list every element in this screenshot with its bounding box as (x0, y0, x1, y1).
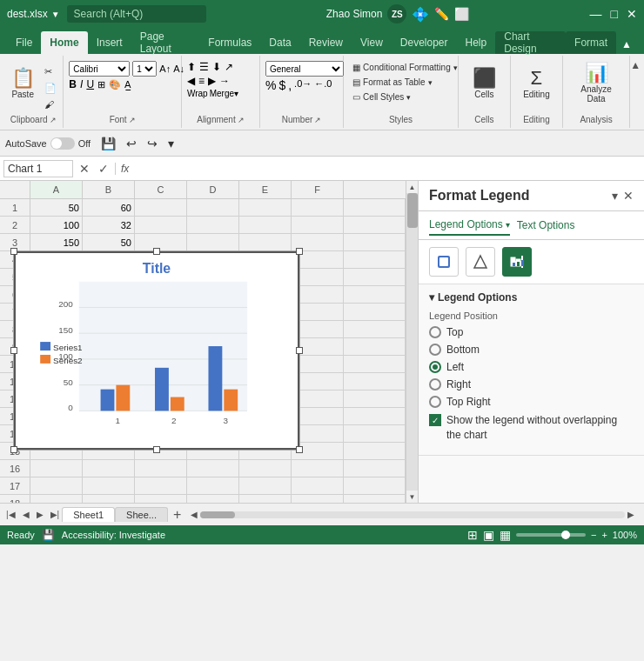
border-button[interactable]: ⊞ (97, 79, 105, 90)
cut-button[interactable]: ✂ (41, 64, 60, 79)
col-header-d[interactable]: D (187, 181, 239, 198)
undo-button[interactable]: ↩ (123, 135, 140, 152)
cell[interactable]: 100 (30, 217, 83, 233)
add-sheet-button[interactable]: + (170, 507, 184, 523)
increase-font-button[interactable]: A↑ (159, 63, 171, 74)
analyze-data-button[interactable]: 📊 Analyze Data (568, 61, 624, 106)
close-button[interactable]: ✕ (627, 7, 637, 21)
col-header-a[interactable]: A (30, 181, 83, 198)
col-header-c[interactable]: C (135, 181, 187, 198)
align-bottom-button[interactable]: ⬇ (212, 61, 221, 73)
sheet-nav-first[interactable]: |◀ (3, 508, 18, 521)
cell[interactable] (135, 495, 187, 503)
chart-object[interactable]: Title 0 50 100 150 200 (13, 250, 300, 451)
percent-button[interactable]: % (265, 78, 276, 92)
font-family-select[interactable]: Calibri (69, 61, 130, 77)
name-box[interactable] (3, 160, 73, 177)
cell[interactable] (83, 477, 135, 494)
cell[interactable]: 60 (83, 199, 135, 216)
page-break-view-button[interactable]: ▦ (500, 528, 511, 542)
tab-formulas[interactable]: Formulas (199, 31, 260, 54)
scroll-thumb[interactable] (407, 193, 418, 228)
zoom-in-button[interactable]: + (601, 530, 607, 540)
col-header-f[interactable]: F (292, 181, 344, 198)
tab-home[interactable]: Home (41, 31, 87, 54)
paste-button[interactable]: 📋 Paste (7, 61, 39, 106)
panel-collapse-icon[interactable]: ▾ (612, 189, 618, 203)
format-painter-button[interactable]: 🖌 (41, 97, 60, 111)
show-legend-checkbox[interactable]: ✓ Show the legend without overlapping th… (429, 408, 634, 448)
wrap-text-button[interactable]: Wrap (187, 89, 208, 98)
decrease-decimal-button[interactable]: ←.0 (314, 78, 332, 92)
legend-options-dropdown-icon[interactable]: ▾ (506, 220, 510, 230)
cell-styles-button[interactable]: ▭ Cell Styles ▾ (349, 90, 414, 103)
angle-text-button[interactable]: ↗ (225, 61, 233, 73)
radio-bottom[interactable]: Bottom (429, 344, 634, 356)
cell[interactable]: 50 (30, 199, 83, 216)
h-scroll-track[interactable] (200, 511, 625, 518)
conditional-formatting-button[interactable]: ▦ Conditional Formatting ▾ (349, 61, 461, 74)
save-button[interactable]: 💾 (97, 135, 119, 152)
tab-review[interactable]: Review (300, 31, 352, 54)
zoom-out-button[interactable]: − (591, 530, 596, 540)
cell[interactable] (239, 460, 292, 477)
scroll-up-button[interactable]: ▲ (406, 181, 419, 193)
tab-help[interactable]: Help (457, 31, 496, 54)
cancel-formula-button[interactable]: ✕ (77, 162, 92, 176)
col-header-b[interactable]: B (83, 181, 135, 198)
align-right-button[interactable]: ▶ (208, 75, 216, 87)
fill-effects-button[interactable] (429, 247, 459, 277)
cell[interactable] (239, 234, 292, 250)
indent-button[interactable]: → (219, 75, 230, 87)
number-expand-icon[interactable]: ↗ (314, 116, 321, 124)
maximize-button[interactable]: □ (611, 7, 618, 21)
cond-format-dropdown-icon[interactable]: ▾ (453, 63, 458, 72)
cell-styles-dropdown-icon[interactable]: ▾ (406, 93, 411, 102)
tab-developer[interactable]: Developer (392, 31, 457, 54)
search-input[interactable] (67, 5, 206, 23)
editing-button[interactable]: Σ Editing (519, 61, 554, 106)
number-format-select[interactable]: General (265, 61, 344, 77)
clipboard-expand-icon[interactable]: ↗ (50, 116, 57, 124)
cell[interactable] (292, 477, 344, 494)
formula-input[interactable] (132, 163, 641, 175)
filename-dropdown-icon[interactable]: ▼ (51, 10, 60, 19)
fill-color-button[interactable]: 🎨 (109, 79, 121, 90)
chart-handle-bm[interactable] (153, 446, 160, 453)
cell[interactable] (83, 460, 135, 477)
redo-button[interactable]: ↪ (144, 135, 161, 152)
increase-decimal-button[interactable]: .0→ (294, 78, 312, 92)
cell[interactable] (187, 495, 239, 503)
font-size-select[interactable]: 11 (132, 61, 157, 77)
radio-right[interactable]: Right (429, 378, 634, 391)
chart-handle-bl[interactable] (10, 446, 17, 453)
sheet-nav-prev[interactable]: ◀ (20, 508, 32, 521)
comma-button[interactable]: , (288, 78, 292, 92)
confirm-formula-button[interactable]: ✓ (96, 162, 111, 176)
tab-text-options[interactable]: Text Options (517, 218, 575, 236)
chart-handle-tl[interactable] (10, 248, 17, 255)
cell[interactable] (239, 217, 292, 233)
sheet-tab-sheet1[interactable]: Sheet1 (62, 507, 115, 522)
sheet-nav-next[interactable]: ▶ (34, 508, 46, 521)
cell[interactable] (135, 477, 187, 494)
qat-more-button[interactable]: ▾ (164, 135, 178, 152)
h-scroll-right-button[interactable]: ▶ (625, 509, 637, 520)
tab-data[interactable]: Data (260, 31, 299, 54)
ribbon-collapse-button[interactable]: ▲ (630, 59, 641, 71)
bold-button[interactable]: B (69, 78, 77, 90)
cell[interactable] (187, 477, 239, 494)
tab-format[interactable]: Format (566, 31, 616, 54)
radio-left[interactable]: Left (429, 361, 634, 373)
cell[interactable] (239, 495, 292, 503)
cell[interactable] (30, 495, 83, 503)
panel-close-button[interactable]: ✕ (623, 189, 634, 203)
page-layout-view-button[interactable]: ▣ (483, 528, 494, 542)
cell[interactable] (292, 217, 344, 233)
ribbon-expand-icon[interactable]: ▲ (616, 35, 637, 54)
underline-button[interactable]: U (86, 78, 94, 90)
chart-handle-br[interactable] (296, 446, 303, 453)
cell[interactable]: 150 (30, 234, 83, 250)
restore-icon[interactable]: ⬜ (454, 7, 469, 21)
autosave-toggle[interactable] (50, 137, 75, 150)
